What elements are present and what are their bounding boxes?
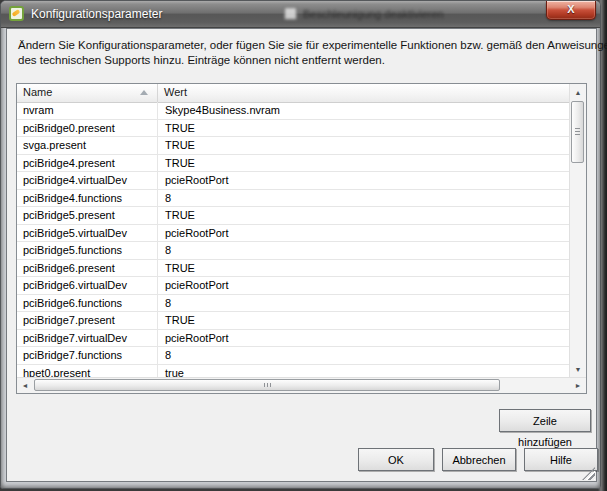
vsphere-app-icon bbox=[9, 6, 24, 21]
param-name-cell: pciBridge5.virtualDev bbox=[17, 225, 158, 242]
param-name-cell: pciBridge4.present bbox=[17, 155, 158, 172]
column-header-name[interactable]: Name bbox=[17, 84, 158, 102]
scroll-up-icon[interactable]: ▲ bbox=[570, 84, 586, 100]
checkbox-icon bbox=[284, 7, 297, 20]
background-window-checkbox: Beschleunigung deaktivieren bbox=[284, 7, 444, 20]
param-name-cell: svga.present bbox=[17, 137, 158, 154]
param-name-cell: hpet0.present bbox=[17, 365, 158, 378]
horizontal-scroll-thumb[interactable] bbox=[34, 379, 500, 391]
param-value-cell: 8 bbox=[158, 347, 569, 364]
scroll-down-icon[interactable]: ▼ bbox=[570, 361, 586, 377]
scroll-left-icon[interactable]: ◄ bbox=[17, 378, 33, 393]
param-name-cell: pciBridge4.functions bbox=[17, 190, 158, 207]
param-value-cell: TRUE bbox=[158, 120, 569, 137]
table-row[interactable]: pciBridge5.functions 8 bbox=[17, 242, 569, 260]
param-value-cell: TRUE bbox=[158, 312, 569, 329]
background-checkbox-label: Beschleunigung deaktivieren bbox=[303, 8, 444, 20]
param-value-cell: pcieRootPort bbox=[158, 225, 569, 242]
scroll-right-icon[interactable]: ► bbox=[570, 378, 586, 393]
table-row[interactable]: hpet0.present true bbox=[17, 365, 569, 378]
param-value-cell: TRUE bbox=[158, 155, 569, 172]
param-name-cell: pciBridge6.functions bbox=[17, 295, 158, 312]
ok-button[interactable]: OK bbox=[358, 448, 434, 471]
table-row[interactable]: pciBridge7.functions 8 bbox=[17, 347, 569, 365]
horizontal-scrollbar[interactable]: ◄ ► bbox=[17, 377, 586, 393]
param-name-cell: pciBridge7.virtualDev bbox=[17, 330, 158, 347]
table-row[interactable]: pciBridge4.present TRUE bbox=[17, 155, 569, 173]
table-row[interactable]: pciBridge6.virtualDev pcieRootPort bbox=[17, 277, 569, 295]
title-bar[interactable]: Konfigurationsparameter Beschleunigung d… bbox=[1, 1, 600, 28]
param-name-cell: nvram bbox=[17, 102, 158, 119]
param-value-cell: 8 bbox=[158, 295, 569, 312]
param-name-cell: pciBridge0.present bbox=[17, 120, 158, 137]
sort-asc-icon bbox=[140, 90, 148, 95]
table-row[interactable]: pciBridge4.functions 8 bbox=[17, 190, 569, 208]
param-value-cell: TRUE bbox=[158, 137, 569, 154]
table-row[interactable]: pciBridge6.present TRUE bbox=[17, 260, 569, 278]
config-parameter-table: Name Wert nvram Skype4Business.nvram pci… bbox=[16, 83, 587, 394]
table-row[interactable]: pciBridge5.virtualDev pcieRootPort bbox=[17, 225, 569, 243]
param-value-cell: 8 bbox=[158, 190, 569, 207]
table-body: nvram Skype4Business.nvram pciBridge0.pr… bbox=[17, 102, 569, 377]
param-value-cell: true bbox=[158, 365, 569, 378]
param-value-cell: pcieRootPort bbox=[158, 330, 569, 347]
cancel-button[interactable]: Abbrechen bbox=[442, 448, 516, 471]
dialog-client-area: Ändern Sie Konfigurationsparameter, oder… bbox=[6, 28, 597, 482]
table-row[interactable]: pciBridge7.present TRUE bbox=[17, 312, 569, 330]
param-value-cell: pcieRootPort bbox=[158, 277, 569, 294]
table-row[interactable]: pciBridge0.present TRUE bbox=[17, 120, 569, 138]
table-header: Name Wert bbox=[17, 84, 586, 103]
add-row-button[interactable]: Zeile hinzufügen bbox=[499, 409, 591, 432]
param-value-cell: Skype4Business.nvram bbox=[158, 102, 569, 119]
table-row[interactable]: nvram Skype4Business.nvram bbox=[17, 102, 569, 120]
close-button[interactable]: X bbox=[546, 1, 596, 20]
table-row[interactable]: pciBridge5.present TRUE bbox=[17, 207, 569, 225]
param-value-cell: TRUE bbox=[158, 260, 569, 277]
param-name-cell: pciBridge7.present bbox=[17, 312, 158, 329]
table-row[interactable]: pciBridge6.functions 8 bbox=[17, 295, 569, 313]
table-row[interactable]: pciBridge4.virtualDev pcieRootPort bbox=[17, 172, 569, 190]
param-name-cell: pciBridge6.virtualDev bbox=[17, 277, 158, 294]
param-value-cell: TRUE bbox=[158, 207, 569, 224]
dialog-title: Konfigurationsparameter bbox=[31, 7, 162, 21]
param-name-cell: pciBridge5.functions bbox=[17, 242, 158, 259]
help-button[interactable]: Hilfe bbox=[524, 448, 598, 471]
vertical-scroll-thumb[interactable] bbox=[571, 101, 584, 163]
param-value-cell: 8 bbox=[158, 242, 569, 259]
table-row[interactable]: svga.present TRUE bbox=[17, 137, 569, 155]
description-text: Ändern Sie Konfigurationsparameter, oder… bbox=[18, 38, 607, 68]
dialog-window: Konfigurationsparameter Beschleunigung d… bbox=[0, 0, 601, 489]
param-name-cell: pciBridge6.present bbox=[17, 260, 158, 277]
param-name-cell: pciBridge7.functions bbox=[17, 347, 158, 364]
param-name-cell: pciBridge5.present bbox=[17, 207, 158, 224]
table-row[interactable]: pciBridge7.virtualDev pcieRootPort bbox=[17, 330, 569, 348]
column-header-wert[interactable]: Wert bbox=[158, 84, 586, 102]
param-value-cell: pcieRootPort bbox=[158, 172, 569, 189]
close-icon: X bbox=[567, 3, 574, 15]
vertical-scrollbar[interactable]: ▲ ▼ bbox=[569, 84, 586, 377]
param-name-cell: pciBridge4.virtualDev bbox=[17, 172, 158, 189]
